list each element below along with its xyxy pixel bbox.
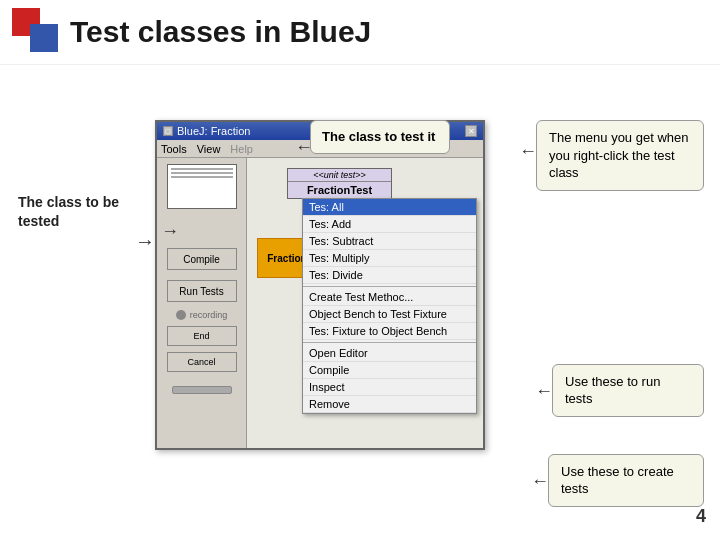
class-to-be-tested-label: The class to be tested xyxy=(18,193,138,231)
page-title: Test classes in BlueJ xyxy=(70,15,371,49)
menu-tools[interactable]: Tools xyxy=(161,143,187,155)
end-button[interactable]: End xyxy=(167,326,237,346)
callout-menu-description: The menu you get when you right-click th… xyxy=(536,120,704,191)
menu-view[interactable]: View xyxy=(197,143,221,155)
ctx-remove[interactable]: Remove xyxy=(303,396,476,413)
ctx-create-test[interactable]: Create Test Methoc... xyxy=(303,289,476,306)
class-document-icon xyxy=(167,164,237,209)
compile-button[interactable]: Compile xyxy=(167,248,237,270)
slider-bar[interactable] xyxy=(172,386,232,394)
ctx-object-bench[interactable]: Object Bench to Test Fixture xyxy=(303,306,476,323)
cancel-button[interactable]: Cancel xyxy=(167,352,237,372)
unit-test-class-box[interactable]: <<unit test>> FractionTest xyxy=(287,168,392,199)
bluej-sidebar: → Compile Run Tests recording End Cancel xyxy=(157,158,247,448)
ctx-test-add[interactable]: Tes: Add xyxy=(303,216,476,233)
ctx-test-divide[interactable]: Tes: Divide xyxy=(303,267,476,284)
callout-create-tests: Use these to create tests ← xyxy=(548,454,704,507)
callout-run-tests: Use these to run tests ← xyxy=(552,364,704,417)
recording-dot xyxy=(176,310,186,320)
ctx-test-multiply[interactable]: Tes: Multiply xyxy=(303,250,476,267)
callout-class-to-test-it: The class to test it ← xyxy=(310,120,450,154)
page-number: 4 xyxy=(696,506,706,527)
context-menu: Tes: All Tes: Add Tes: Subtract Tes: Mul… xyxy=(302,198,477,414)
sidebar-arrow: → xyxy=(161,221,179,242)
ctx-inspect[interactable]: Inspect xyxy=(303,379,476,396)
title-icon xyxy=(12,8,62,56)
close-button[interactable]: ✕ xyxy=(465,125,477,137)
run-tests-button[interactable]: Run Tests xyxy=(167,280,237,302)
bluej-diagram: <<unit test>> FractionTest Fraction Tes:… xyxy=(247,158,483,448)
ctx-compile[interactable]: Compile xyxy=(303,362,476,379)
ctx-open-editor[interactable]: Open Editor xyxy=(303,345,476,362)
ctx-test-subtract[interactable]: Tes: Subtract xyxy=(303,233,476,250)
arrow-to-window: → xyxy=(135,230,155,253)
fraction-test-name: FractionTest xyxy=(288,182,391,198)
unit-test-header: <<unit test>> xyxy=(288,169,391,182)
bluej-window: ◻ BlueJ: Fraction ✕ Tools View Help xyxy=(155,120,485,450)
recording-row: recording xyxy=(176,310,228,320)
ctx-fixture-to-bench[interactable]: Tes: Fixture to Object Bench xyxy=(303,323,476,340)
ctx-test-all[interactable]: Tes: All xyxy=(303,199,476,216)
